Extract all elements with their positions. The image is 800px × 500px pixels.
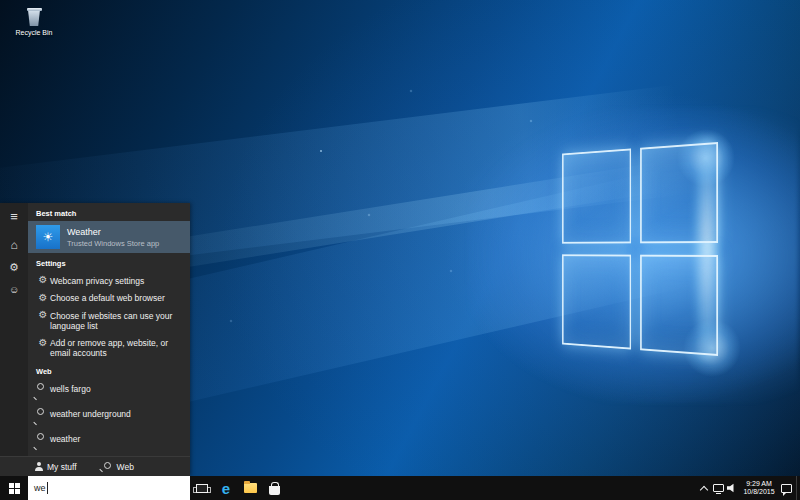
windows-start-icon — [9, 483, 20, 494]
gear-icon: ⚙ — [36, 292, 50, 303]
dust-particles — [320, 150, 322, 152]
windows-store-button[interactable] — [262, 476, 286, 500]
search-icon — [36, 382, 50, 401]
settings-result-label: Choose if websites can use your language… — [50, 309, 184, 331]
taskbar: we e 9:29 AM 10/8/2015 — [0, 476, 800, 500]
web-suggestion-label: weather — [50, 432, 80, 444]
web-suggestion-weather[interactable]: weather — [28, 429, 190, 454]
windows-hero-logo — [562, 142, 718, 356]
web-section-header: Web — [28, 361, 190, 379]
person-icon — [34, 462, 43, 471]
sun-icon: ☀ — [43, 230, 54, 244]
settings-result-label: Choose a default web browser — [50, 292, 165, 304]
action-center-button[interactable] — [779, 476, 793, 500]
start-button[interactable] — [0, 476, 28, 500]
taskbar-clock[interactable]: 9:29 AM 10/8/2015 — [739, 480, 779, 497]
folder-icon — [244, 483, 257, 493]
tray-expand-button[interactable] — [697, 476, 711, 500]
store-bag-icon — [269, 486, 280, 495]
settings-result-label: Add or remove app, website, or email acc… — [50, 337, 184, 359]
web-footer-label: Web — [117, 462, 134, 472]
gear-icon: ⚙ — [36, 274, 50, 285]
notification-bubble-icon — [781, 484, 792, 493]
search-icon — [36, 407, 50, 426]
system-tray: 9:29 AM 10/8/2015 — [697, 476, 800, 500]
settings-result-default-browser[interactable]: ⚙ Choose a default web browser — [28, 289, 190, 307]
task-view-button[interactable] — [190, 476, 214, 500]
show-desktop-button[interactable] — [796, 476, 800, 500]
settings-result-language-list[interactable]: ⚙ Choose if websites can use your langua… — [28, 306, 190, 334]
settings-gear-icon[interactable]: ⚙ — [0, 256, 28, 278]
settings-result-label: Webcam privacy settings — [50, 274, 144, 286]
search-results-panel: ≡ ⌂ ⚙ ☺ Best match ☀ Weather Trusted Win… — [0, 203, 190, 476]
edge-browser-button[interactable]: e — [214, 476, 238, 500]
settings-section-header: Settings — [28, 253, 190, 271]
web-suggestion-label: wells fargo — [50, 382, 91, 394]
web-suggestion-weather-underground[interactable]: weather underground — [28, 404, 190, 429]
chevron-up-icon — [700, 485, 708, 493]
best-match-text: Weather Trusted Windows Store app — [67, 227, 159, 248]
file-explorer-button[interactable] — [238, 476, 262, 500]
network-icon — [713, 484, 724, 492]
windows-logo-pane — [562, 148, 631, 243]
recycle-bin-body — [27, 11, 41, 26]
network-status-button[interactable] — [711, 476, 725, 500]
best-match-title: Weather — [67, 227, 159, 237]
web-search-button[interactable]: Web — [103, 461, 134, 472]
gear-icon: ⚙ — [36, 337, 50, 348]
weather-app-icon: ☀ — [36, 225, 60, 249]
home-icon[interactable]: ⌂ — [0, 234, 28, 256]
search-icon — [103, 461, 113, 472]
feedback-icon[interactable]: ☺ — [0, 278, 28, 300]
task-view-icon — [196, 484, 208, 493]
panel-content: Best match ☀ Weather Trusted Windows Sto… — [28, 203, 190, 456]
best-match-header: Best match — [28, 203, 190, 221]
recycle-bin-label: Recycle Bin — [8, 29, 60, 36]
my-stuff-label: My stuff — [47, 462, 77, 472]
settings-result-accounts[interactable]: ⚙ Add or remove app, website, or email a… — [28, 334, 190, 362]
windows-logo-pane — [640, 255, 718, 356]
recycle-bin-lid — [27, 8, 42, 11]
settings-result-webcam-privacy[interactable]: ⚙ Webcam privacy settings — [28, 271, 190, 289]
volume-button[interactable] — [725, 476, 739, 500]
hamburger-menu-icon[interactable]: ≡ — [0, 206, 28, 226]
gear-icon: ⚙ — [36, 309, 50, 320]
web-suggestion-wells-fargo[interactable]: wells fargo — [28, 379, 190, 404]
panel-sidebar: ≡ ⌂ ⚙ ☺ — [0, 203, 28, 476]
best-match-subtitle: Trusted Windows Store app — [67, 239, 159, 248]
windows-logo-pane — [562, 254, 631, 349]
search-icon — [36, 432, 50, 451]
clock-date: 10/8/2015 — [739, 488, 779, 497]
my-stuff-button[interactable]: My stuff — [34, 462, 77, 472]
speaker-icon — [727, 483, 737, 493]
panel-footer: My stuff Web — [0, 456, 190, 476]
web-suggestion-label: weather underground — [50, 407, 131, 419]
best-match-result-weather[interactable]: ☀ Weather Trusted Windows Store app — [28, 221, 190, 253]
text-cursor — [47, 482, 48, 494]
clock-time: 9:29 AM — [739, 480, 779, 489]
edge-icon: e — [222, 481, 230, 496]
recycle-bin-desktop-icon[interactable]: Recycle Bin — [8, 8, 60, 36]
recycle-bin-icon — [27, 8, 42, 26]
taskbar-search-input[interactable]: we — [28, 476, 190, 500]
search-input-value: we — [34, 483, 46, 493]
windows-logo-pane — [640, 142, 718, 243]
